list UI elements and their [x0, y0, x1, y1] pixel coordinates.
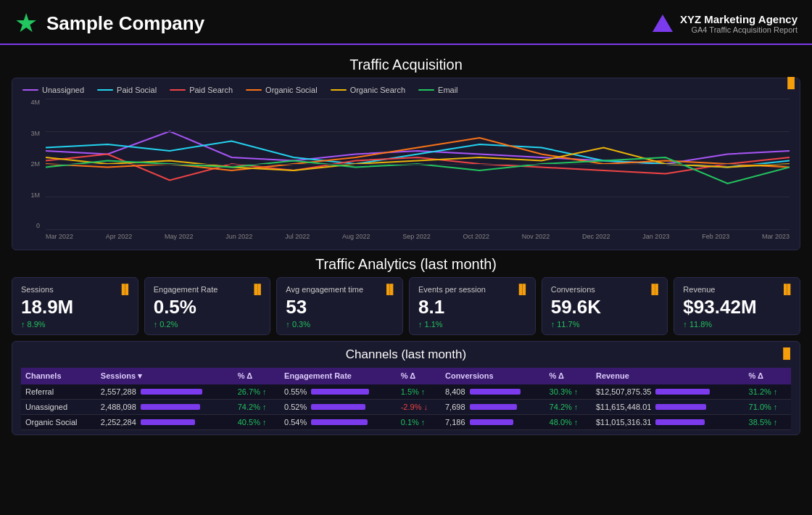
chart-bar-icon: ▐▌	[784, 77, 798, 88]
header: ★ Sample Company XYZ Marketing Agency GA…	[0, 0, 812, 45]
agency-sub: GA4 Traffic Acquisition Report	[680, 25, 798, 34]
x-label: May 2022	[165, 233, 194, 240]
star-icon: ★	[14, 10, 38, 36]
er-pct: 0.1% ↑	[397, 414, 441, 429]
col-header-5: Conversions	[441, 368, 545, 384]
x-label: Dec 2022	[582, 233, 610, 240]
legend-item: Email	[418, 86, 458, 94]
er-cell: 0.52%	[280, 399, 397, 414]
rev-pct: 31.2% ↑	[745, 384, 791, 400]
metric-value: 59.6K	[551, 297, 659, 318]
col-header-1[interactable]: Sessions ▾	[96, 368, 233, 384]
sessions-pct: 26.7% ↑	[233, 384, 280, 400]
legend-item: Paid Social	[97, 86, 157, 94]
grid-lines	[46, 99, 790, 229]
channels-title: Channels (last month)	[21, 347, 791, 362]
conv-cell: 7,186	[441, 414, 545, 429]
metric-value: 0.5%	[154, 297, 262, 318]
metric-label: Conversions	[551, 285, 659, 294]
metric-bar-icon: ▐▌	[384, 284, 397, 294]
header-left: ★ Sample Company	[14, 10, 204, 36]
agency-triangle-icon	[652, 15, 673, 32]
metric-value: 18.9M	[21, 297, 129, 318]
x-label: Jan 2023	[642, 233, 669, 240]
rev-pct: 71.0% ↑	[745, 399, 791, 414]
col-header-2: % Δ	[233, 368, 280, 384]
header-right: XYZ Marketing Agency GA4 Traffic Acquisi…	[652, 13, 798, 34]
x-label: Jun 2022	[225, 233, 252, 240]
col-header-6: % Δ	[545, 368, 592, 384]
chart-legend: UnassignedPaid SocialPaid SearchOrganic …	[22, 86, 790, 94]
metric-label: Engagement Rate	[154, 285, 262, 294]
legend-item: Organic Social	[246, 86, 318, 94]
metric-card: ▐▌ Events per session 8.1 ↑ 1.1%	[409, 277, 536, 335]
y-label: 2M	[30, 160, 40, 168]
y-axis: 4M3M2M1M0	[22, 99, 43, 229]
table-row: Organic Social 2,252,284 40.5% ↑ 0.54% 0…	[21, 414, 791, 429]
er-pct: -2.9% ↓	[397, 399, 441, 414]
x-label: Mar 2023	[762, 233, 790, 240]
channels-table: ChannelsSessions ▾% ΔEngagement Rate% ΔC…	[21, 368, 791, 430]
x-label: Feb 2023	[702, 233, 729, 240]
channel-name: Organic Social	[21, 414, 96, 429]
metric-change: ↑ 1.1%	[418, 320, 526, 329]
conv-cell: 8,408	[441, 384, 545, 400]
metric-change: ↑ 0.2%	[154, 320, 262, 329]
chart-area: 4M3M2M1M0 Mar 2022Apr 2022May 2022Jun 20…	[22, 99, 790, 244]
analytics-title: Traffic Analytics (last month)	[12, 256, 800, 273]
sessions-pct: 40.5% ↑	[233, 414, 280, 429]
rev-cell: $11,015,316.31	[592, 414, 745, 429]
metric-value: 53	[286, 297, 394, 318]
sessions-cell: 2,557,288	[96, 384, 233, 400]
metric-value: 8.1	[418, 297, 526, 318]
company-name: Sample Company	[46, 12, 204, 35]
x-label: Aug 2022	[342, 233, 370, 240]
conv-pct: 74.2% ↑	[545, 399, 592, 414]
col-header-3: Engagement Rate	[280, 368, 397, 384]
y-label: 1M	[30, 191, 40, 199]
metrics-row: ▐▌ Sessions 18.9M ↑ 8.9% ▐▌ Engagement R…	[12, 277, 800, 335]
legend-item: Paid Search	[170, 86, 233, 94]
metric-bar-icon: ▐▌	[648, 284, 661, 294]
x-label: Mar 2022	[46, 233, 73, 240]
rev-pct: 38.5% ↑	[745, 414, 791, 429]
table-row: Unassigned 2,488,098 74.2% ↑ 0.52% -2.9%…	[21, 399, 791, 414]
y-label: 0	[36, 222, 40, 229]
main-content: Traffic Acquisition ▐▌ UnassignedPaid So…	[0, 45, 812, 441]
col-header-4: % Δ	[397, 368, 441, 384]
legend-item: Organic Search	[331, 86, 405, 94]
y-label: 3M	[30, 130, 40, 137]
col-header-0[interactable]: Channels	[21, 368, 96, 384]
y-label: 4M	[30, 99, 40, 106]
x-label: Apr 2022	[106, 233, 133, 240]
metric-card: ▐▌ Engagement Rate 0.5% ↑ 0.2%	[144, 277, 271, 335]
metric-label: Revenue	[683, 285, 791, 294]
channels-section: ▐▌ Channels (last month) ChannelsSession…	[12, 341, 800, 435]
metric-change: ↑ 8.9%	[21, 320, 129, 329]
metric-card: ▐▌ Conversions 59.6K ↑ 11.7%	[542, 277, 668, 335]
sessions-cell: 2,252,284	[96, 414, 233, 429]
agency-info: XYZ Marketing Agency GA4 Traffic Acquisi…	[680, 13, 798, 34]
x-axis: Mar 2022Apr 2022May 2022Jun 2022Jul 2022…	[46, 229, 790, 244]
er-cell: 0.54%	[280, 414, 397, 429]
metric-change: ↑ 11.7%	[551, 320, 659, 329]
x-label: Oct 2022	[463, 233, 490, 240]
rev-cell: $12,507,875.35	[592, 384, 745, 400]
analytics-section: Traffic Analytics (last month) ▐▌ Sessio…	[12, 256, 800, 335]
conv-cell: 7,698	[441, 399, 545, 414]
col-header-8: % Δ	[745, 368, 791, 384]
traffic-chart-container: ▐▌ UnassignedPaid SocialPaid SearchOrgan…	[12, 78, 800, 250]
agency-name: XYZ Marketing Agency	[680, 13, 798, 25]
conv-pct: 48.0% ↑	[545, 414, 592, 429]
sessions-pct: 74.2% ↑	[233, 399, 280, 414]
chart-section-title: Traffic Acquisition	[12, 57, 800, 73]
metric-bar-icon: ▐▌	[251, 284, 264, 294]
rev-cell: $11,615,448.01	[592, 399, 745, 414]
metric-bar-icon: ▐▌	[118, 284, 131, 294]
metric-bar-icon: ▐▌	[781, 284, 794, 294]
channel-name: Unassigned	[21, 399, 96, 414]
chart-plot	[46, 99, 790, 229]
metric-change: ↑ 11.8%	[683, 320, 791, 329]
x-label: Jul 2022	[285, 233, 310, 240]
metric-value: $93.42M	[683, 297, 791, 318]
